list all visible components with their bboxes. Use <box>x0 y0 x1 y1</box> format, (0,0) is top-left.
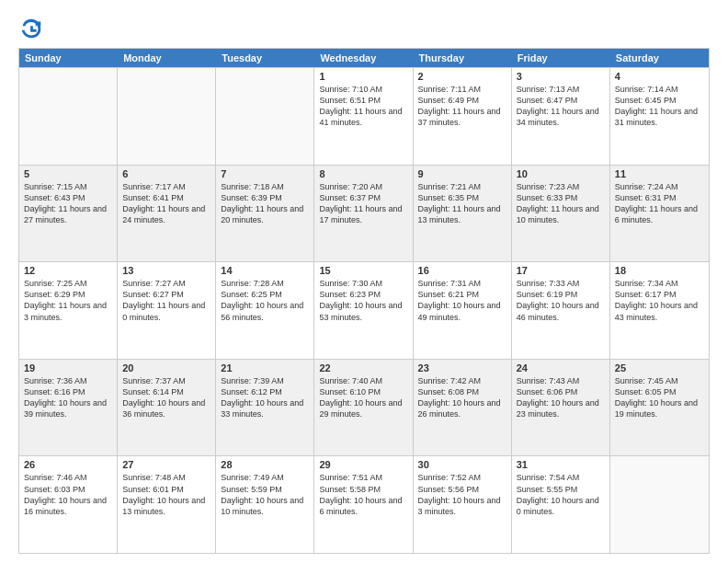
day-of-week-tuesday: Tuesday <box>216 49 314 67</box>
day-info: Sunrise: 7:24 AM Sunset: 6:31 PM Dayligh… <box>615 181 704 226</box>
day-number: 10 <box>517 168 605 179</box>
day-info: Sunrise: 7:28 AM Sunset: 6:25 PM Dayligh… <box>221 278 309 323</box>
cal-cell-4: 4Sunrise: 7:14 AM Sunset: 6:45 PM Daylig… <box>610 68 709 165</box>
day-info: Sunrise: 7:39 AM Sunset: 6:12 PM Dayligh… <box>221 375 309 420</box>
day-info: Sunrise: 7:49 AM Sunset: 5:59 PM Dayligh… <box>221 472 309 517</box>
cal-cell-18: 18Sunrise: 7:34 AM Sunset: 6:17 PM Dayli… <box>610 262 709 359</box>
day-info: Sunrise: 7:36 AM Sunset: 6:16 PM Dayligh… <box>24 375 112 420</box>
week-row-2: 5Sunrise: 7:15 AM Sunset: 6:43 PM Daylig… <box>19 165 709 262</box>
day-number: 25 <box>615 362 704 373</box>
day-info: Sunrise: 7:45 AM Sunset: 6:05 PM Dayligh… <box>615 375 704 420</box>
cal-cell-empty <box>610 456 709 553</box>
cal-cell-10: 10Sunrise: 7:23 AM Sunset: 6:33 PM Dayli… <box>512 166 610 262</box>
day-info: Sunrise: 7:25 AM Sunset: 6:29 PM Dayligh… <box>24 278 112 323</box>
cal-cell-7: 7Sunrise: 7:18 AM Sunset: 6:39 PM Daylig… <box>216 166 314 262</box>
day-number: 2 <box>418 71 506 82</box>
cal-cell-31: 31Sunrise: 7:54 AM Sunset: 5:55 PM Dayli… <box>512 456 610 553</box>
cal-cell-16: 16Sunrise: 7:31 AM Sunset: 6:21 PM Dayli… <box>414 262 512 359</box>
day-number: 24 <box>517 362 605 373</box>
day-number: 7 <box>221 168 309 179</box>
day-number: 12 <box>24 265 112 276</box>
day-info: Sunrise: 7:34 AM Sunset: 6:17 PM Dayligh… <box>615 278 704 323</box>
day-of-week-saturday: Saturday <box>610 49 709 67</box>
day-info: Sunrise: 7:21 AM Sunset: 6:35 PM Dayligh… <box>418 181 506 226</box>
logo-icon <box>18 15 44 40</box>
day-of-week-monday: Monday <box>118 49 216 67</box>
day-info: Sunrise: 7:40 AM Sunset: 6:10 PM Dayligh… <box>319 375 407 420</box>
header <box>18 15 710 40</box>
week-row-1: 1Sunrise: 7:10 AM Sunset: 6:51 PM Daylig… <box>19 67 709 165</box>
day-info: Sunrise: 7:46 AM Sunset: 6:03 PM Dayligh… <box>24 472 112 517</box>
cal-cell-12: 12Sunrise: 7:25 AM Sunset: 6:29 PM Dayli… <box>19 262 118 359</box>
cal-cell-27: 27Sunrise: 7:48 AM Sunset: 6:01 PM Dayli… <box>118 456 216 553</box>
day-info: Sunrise: 7:11 AM Sunset: 6:49 PM Dayligh… <box>418 84 506 129</box>
cal-cell-29: 29Sunrise: 7:51 AM Sunset: 5:58 PM Dayli… <box>314 456 413 553</box>
day-of-week-thursday: Thursday <box>414 49 512 67</box>
cal-cell-1: 1Sunrise: 7:10 AM Sunset: 6:51 PM Daylig… <box>314 68 413 165</box>
day-info: Sunrise: 7:51 AM Sunset: 5:58 PM Dayligh… <box>319 472 407 517</box>
cal-cell-25: 25Sunrise: 7:45 AM Sunset: 6:05 PM Dayli… <box>610 360 709 456</box>
day-info: Sunrise: 7:10 AM Sunset: 6:51 PM Dayligh… <box>319 84 407 129</box>
cal-cell-5: 5Sunrise: 7:15 AM Sunset: 6:43 PM Daylig… <box>19 166 118 262</box>
cal-cell-26: 26Sunrise: 7:46 AM Sunset: 6:03 PM Dayli… <box>19 456 118 553</box>
cal-cell-14: 14Sunrise: 7:28 AM Sunset: 6:25 PM Dayli… <box>216 262 314 359</box>
day-info: Sunrise: 7:27 AM Sunset: 6:27 PM Dayligh… <box>122 278 210 323</box>
day-info: Sunrise: 7:13 AM Sunset: 6:47 PM Dayligh… <box>517 84 605 129</box>
day-number: 29 <box>319 459 407 470</box>
cal-cell-3: 3Sunrise: 7:13 AM Sunset: 6:47 PM Daylig… <box>512 68 610 165</box>
cal-cell-empty <box>118 68 216 165</box>
cal-cell-17: 17Sunrise: 7:33 AM Sunset: 6:19 PM Dayli… <box>512 262 610 359</box>
logo <box>18 15 48 40</box>
day-number: 20 <box>122 362 210 373</box>
day-number: 30 <box>418 459 506 470</box>
day-info: Sunrise: 7:18 AM Sunset: 6:39 PM Dayligh… <box>221 181 309 226</box>
cal-cell-11: 11Sunrise: 7:24 AM Sunset: 6:31 PM Dayli… <box>610 166 709 262</box>
day-info: Sunrise: 7:54 AM Sunset: 5:55 PM Dayligh… <box>517 472 605 517</box>
day-info: Sunrise: 7:43 AM Sunset: 6:06 PM Dayligh… <box>517 375 605 420</box>
day-number: 5 <box>24 168 112 179</box>
cal-cell-20: 20Sunrise: 7:37 AM Sunset: 6:14 PM Dayli… <box>118 360 216 456</box>
day-number: 9 <box>418 168 506 179</box>
day-number: 27 <box>122 459 210 470</box>
week-row-4: 19Sunrise: 7:36 AM Sunset: 6:16 PM Dayli… <box>19 359 709 456</box>
day-number: 22 <box>319 362 407 373</box>
day-number: 17 <box>517 265 605 276</box>
day-number: 23 <box>418 362 506 373</box>
cal-cell-15: 15Sunrise: 7:30 AM Sunset: 6:23 PM Dayli… <box>314 262 413 359</box>
day-number: 1 <box>319 71 407 82</box>
calendar-body: 1Sunrise: 7:10 AM Sunset: 6:51 PM Daylig… <box>19 67 709 553</box>
day-number: 11 <box>615 168 704 179</box>
day-number: 3 <box>517 71 605 82</box>
cal-cell-6: 6Sunrise: 7:17 AM Sunset: 6:41 PM Daylig… <box>118 166 216 262</box>
week-row-5: 26Sunrise: 7:46 AM Sunset: 6:03 PM Dayli… <box>19 455 709 553</box>
day-info: Sunrise: 7:42 AM Sunset: 6:08 PM Dayligh… <box>418 375 506 420</box>
day-info: Sunrise: 7:14 AM Sunset: 6:45 PM Dayligh… <box>615 84 704 129</box>
cal-cell-8: 8Sunrise: 7:20 AM Sunset: 6:37 PM Daylig… <box>314 166 413 262</box>
day-info: Sunrise: 7:48 AM Sunset: 6:01 PM Dayligh… <box>122 472 210 517</box>
cal-cell-empty <box>216 68 314 165</box>
cal-cell-21: 21Sunrise: 7:39 AM Sunset: 6:12 PM Dayli… <box>216 360 314 456</box>
day-info: Sunrise: 7:52 AM Sunset: 5:56 PM Dayligh… <box>418 472 506 517</box>
day-info: Sunrise: 7:30 AM Sunset: 6:23 PM Dayligh… <box>319 278 407 323</box>
calendar-header: SundayMondayTuesdayWednesdayThursdayFrid… <box>19 49 709 67</box>
day-of-week-wednesday: Wednesday <box>314 49 413 67</box>
day-number: 18 <box>615 265 704 276</box>
cal-cell-22: 22Sunrise: 7:40 AM Sunset: 6:10 PM Dayli… <box>314 360 413 456</box>
day-number: 13 <box>122 265 210 276</box>
day-number: 16 <box>418 265 506 276</box>
day-number: 21 <box>221 362 309 373</box>
day-number: 6 <box>122 168 210 179</box>
day-info: Sunrise: 7:23 AM Sunset: 6:33 PM Dayligh… <box>517 181 605 226</box>
day-info: Sunrise: 7:31 AM Sunset: 6:21 PM Dayligh… <box>418 278 506 323</box>
day-number: 28 <box>221 459 309 470</box>
day-number: 4 <box>615 71 704 82</box>
day-info: Sunrise: 7:37 AM Sunset: 6:14 PM Dayligh… <box>122 375 210 420</box>
cal-cell-24: 24Sunrise: 7:43 AM Sunset: 6:06 PM Dayli… <box>512 360 610 456</box>
day-number: 26 <box>24 459 112 470</box>
day-number: 19 <box>24 362 112 373</box>
day-info: Sunrise: 7:20 AM Sunset: 6:37 PM Dayligh… <box>319 181 407 226</box>
calendar: SundayMondayTuesdayWednesdayThursdayFrid… <box>18 48 710 554</box>
cal-cell-19: 19Sunrise: 7:36 AM Sunset: 6:16 PM Dayli… <box>19 360 118 456</box>
day-number: 14 <box>221 265 309 276</box>
day-of-week-sunday: Sunday <box>19 49 118 67</box>
